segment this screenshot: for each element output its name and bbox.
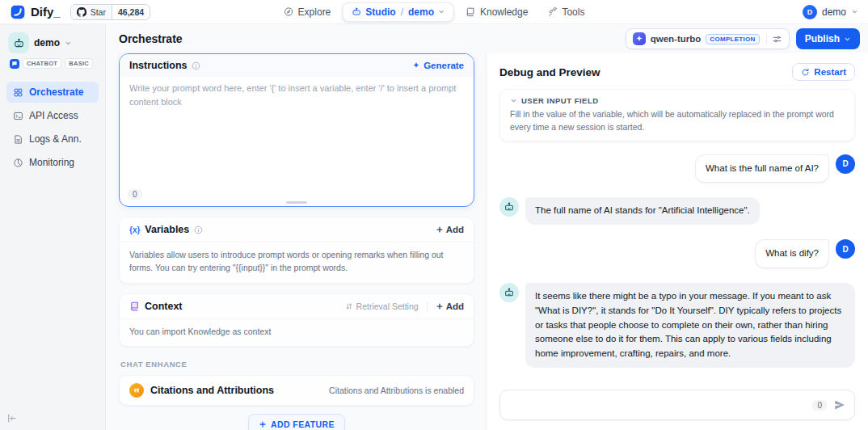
nav-explore[interactable]: Explore <box>276 3 339 21</box>
prompt-input[interactable] <box>120 77 474 187</box>
resize-handle[interactable] <box>286 201 307 204</box>
model-settings-icon[interactable] <box>766 34 782 44</box>
star-count: 46,284 <box>112 5 150 19</box>
nav-studio-label: Studio <box>365 6 395 18</box>
variables-icon: {x} <box>129 226 140 234</box>
add-feature-label: ADD FEATURE <box>271 419 335 429</box>
preview-title: Debug and Preview <box>499 66 600 78</box>
sidebar-item-label: Monitoring <box>29 157 74 168</box>
star-label: Star <box>91 7 106 17</box>
nav-explore-label: Explore <box>298 6 331 18</box>
hammer-icon <box>547 6 558 17</box>
chat-message-input[interactable] <box>508 399 806 411</box>
user-input-field-description: Fill in the value of the variable, which… <box>510 108 845 134</box>
add-context-button[interactable]: Add <box>436 301 464 311</box>
github-star-button[interactable]: Star 46,284 <box>70 4 150 20</box>
sidebar-collapse-icon[interactable] <box>6 413 17 424</box>
app-tag-basic: BASIC <box>65 58 93 69</box>
variables-description: Variables allow users to introduce promp… <box>120 242 474 283</box>
add-feature-button[interactable]: ADD FEATURE <box>248 414 345 430</box>
nav-studio-app: demo <box>408 6 434 18</box>
plus-icon <box>436 226 444 234</box>
app-tags: CHATBOT BASIC <box>10 58 99 69</box>
info-icon[interactable] <box>192 61 200 70</box>
model-name: qwen-turbo <box>651 34 702 44</box>
pie-chart-icon <box>13 158 23 168</box>
citations-status: Citations and Attributions is enabled <box>329 386 464 395</box>
message-text: What is dify? <box>755 239 829 268</box>
plus-icon <box>436 302 444 310</box>
sparkle-icon <box>412 61 420 70</box>
chat-message-user: What is the full name of AI? D <box>695 154 855 183</box>
book-icon <box>466 6 476 17</box>
app-tag-chatbot: CHATBOT <box>23 58 61 69</box>
user-avatar: D <box>836 154 855 174</box>
sidebar-item-label: Logs & Ann. <box>29 133 82 145</box>
nav-knowledge[interactable]: Knowledge <box>457 3 536 21</box>
send-icon[interactable] <box>833 398 846 411</box>
app-name: demo <box>34 37 60 48</box>
add-variable-button[interactable]: Add <box>436 225 464 234</box>
nav-tools-label: Tools <box>562 6 584 18</box>
instructions-header: Instructions Generate <box>120 54 474 77</box>
variables-title: Variables <box>145 224 189 235</box>
user-avatar: D <box>836 239 855 259</box>
account-menu[interactable]: D demo <box>803 5 858 19</box>
dify-logo-icon <box>10 4 26 20</box>
github-icon <box>77 7 86 17</box>
robot-icon <box>351 6 361 17</box>
publish-button[interactable]: Publish <box>796 28 860 49</box>
nav-tools[interactable]: Tools <box>539 3 592 21</box>
chat-enhance-section-label: CHAT ENHANCE <box>120 360 473 369</box>
page-title: Orchestrate <box>119 32 183 45</box>
context-description: You can import Knowledge as context <box>120 318 474 347</box>
message-text: The full name of AI stands for "Artifici… <box>525 197 760 225</box>
account-name: demo <box>822 6 846 18</box>
chevron-down-icon <box>510 97 517 104</box>
chevron-down-icon <box>844 36 851 43</box>
citations-feature[interactable]: Citations and Attributions Citations and… <box>119 375 474 406</box>
variables-section: {x} Variables Add <box>119 217 474 284</box>
context-book-icon <box>129 301 140 311</box>
publish-label: Publish <box>805 33 840 44</box>
user-input-field-toggle[interactable]: USER INPUT FIELD <box>510 96 845 105</box>
chevron-down-icon <box>851 8 858 15</box>
message-text: It seems like there might be a typo in y… <box>525 283 855 368</box>
chevron-down-icon <box>438 8 445 15</box>
chat-history: What is the full name of AI? D The full … <box>487 141 868 382</box>
add-context-label: Add <box>446 301 464 311</box>
chat-message-assistant: It seems like there might be a typo in y… <box>499 283 855 368</box>
restart-button[interactable]: Restart <box>792 63 855 81</box>
sidebar-item-label: Orchestrate <box>29 86 83 98</box>
sidebar-item-api-access[interactable]: API Access <box>6 105 99 126</box>
top-header: Dify_ Star 46,284 Explore Studio / demo <box>0 0 868 24</box>
retrieval-setting-label: Retrieval Setting <box>356 301 419 311</box>
sidebar-item-orchestrate[interactable]: Orchestrate <box>6 82 99 103</box>
orchestrate-icon <box>13 87 23 98</box>
chat-input-box: 0 <box>499 390 855 420</box>
user-input-field-card: USER INPUT FIELD Fill in the value of th… <box>499 89 855 141</box>
brand-name: Dify_ <box>31 5 61 19</box>
compass-icon <box>284 6 294 17</box>
user-avatar: D <box>803 5 817 19</box>
prompt-char-count: 0 <box>128 189 142 200</box>
info-icon[interactable] <box>194 226 203 234</box>
chat-message-user: What is dify? D <box>755 239 855 268</box>
nav-studio[interactable]: Studio / demo <box>342 2 454 22</box>
generate-button[interactable]: Generate <box>412 61 464 70</box>
primary-nav: Explore Studio / demo Knowledge Tools <box>276 0 593 23</box>
chevron-down-icon <box>65 40 72 47</box>
context-section: Context Retrieval Setting <box>119 293 474 348</box>
chat-mode-icon <box>10 59 19 69</box>
user-input-field-title: USER INPUT FIELD <box>521 96 599 105</box>
model-selector[interactable]: qwen-turbo COMPLETION <box>626 28 790 49</box>
brand[interactable]: Dify_ <box>10 4 61 20</box>
restart-icon <box>801 68 810 77</box>
sidebar-item-monitoring[interactable]: Monitoring <box>6 152 99 173</box>
sidebar-item-logs[interactable]: Logs & Ann. <box>6 129 99 150</box>
citations-title: Citations and Attributions <box>150 385 274 396</box>
retrieval-setting-button[interactable]: Retrieval Setting <box>345 301 419 311</box>
debug-preview-panel: Debug and Preview Restart USER INPUT FIE… <box>486 53 868 430</box>
app-switcher[interactable]: demo <box>6 31 99 55</box>
orchestrate-panel: Instructions Generate <box>106 53 486 430</box>
